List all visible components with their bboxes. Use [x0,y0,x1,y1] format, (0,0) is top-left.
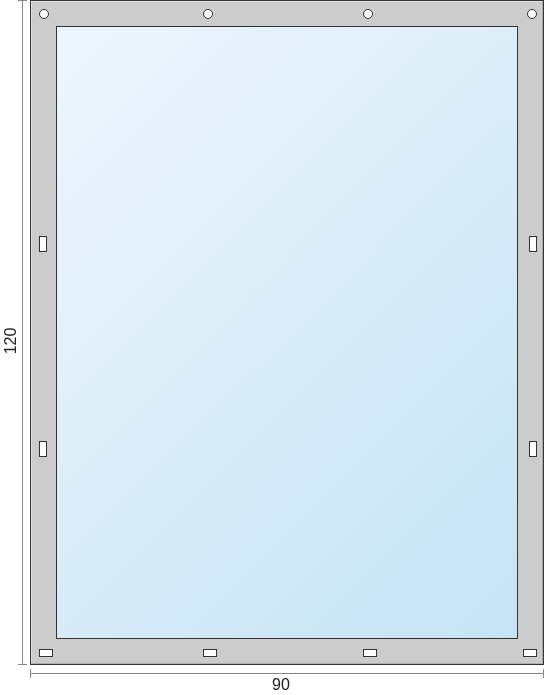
glass-panel [56,26,518,639]
eyelet-hole [363,9,373,19]
mounting-slot [39,649,53,657]
mounting-slot [203,649,217,657]
dimension-label-height: 120 [2,328,20,355]
panel-frame [30,0,544,665]
mounting-slot [529,236,537,252]
dimension-label-width: 90 [272,676,290,694]
mounting-slot [39,441,47,457]
diagram-root: 120 90 [0,0,547,695]
dimension-line-vertical [22,0,23,665]
mounting-slot [363,649,377,657]
mounting-slot [523,649,537,657]
dimension-line-horizontal [30,673,544,674]
eyelet-hole [527,9,537,19]
mounting-slot [39,236,47,252]
eyelet-hole [39,9,49,19]
mounting-slot [529,441,537,457]
eyelet-hole [203,9,213,19]
